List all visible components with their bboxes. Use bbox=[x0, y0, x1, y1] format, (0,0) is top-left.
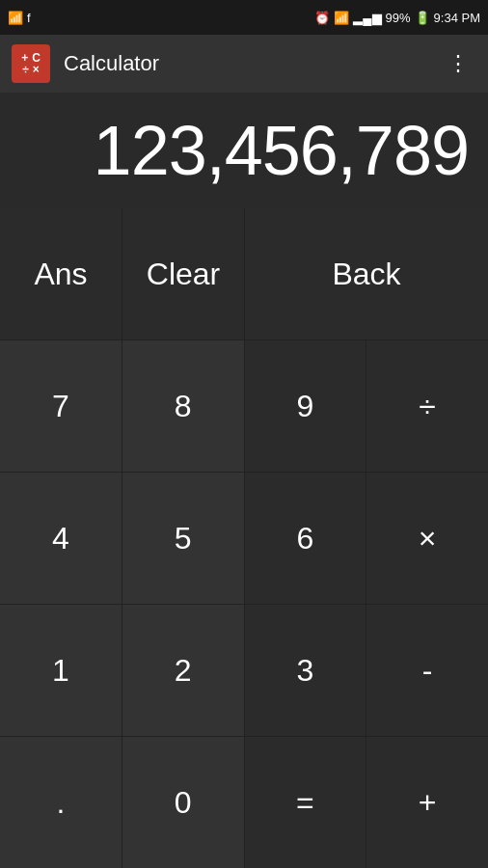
status-bar: 📶 f ⏰ 📶 ▂▄▆ 99% 🔋 9:34 PM bbox=[0, 0, 488, 35]
app-bar: + C ÷ × Calculator ⋮ bbox=[0, 35, 488, 93]
overflow-menu-button[interactable]: ⋮ bbox=[440, 43, 476, 84]
status-right: ⏰ 📶 ▂▄▆ 99% 🔋 9:34 PM bbox=[314, 11, 480, 25]
sim-icon: 📶 bbox=[8, 11, 23, 25]
clock: 9:34 PM bbox=[434, 11, 480, 25]
alarm-icon: ⏰ bbox=[314, 11, 330, 25]
app-icon-div: ÷ bbox=[22, 64, 29, 75]
button-row-3: 1 2 3 - bbox=[0, 605, 488, 736]
display-value: 123,456,789 bbox=[94, 111, 469, 190]
button-row-1: 7 8 9 ÷ bbox=[0, 340, 488, 472]
button-row-4: . 0 = + bbox=[0, 737, 488, 868]
add-button[interactable]: + bbox=[366, 737, 488, 868]
two-button[interactable]: 2 bbox=[122, 605, 244, 736]
signal-icon: ▂▄▆ bbox=[353, 11, 381, 25]
app-title: Calculator bbox=[64, 51, 440, 76]
facebook-icon: f bbox=[27, 11, 31, 25]
seven-button[interactable]: 7 bbox=[0, 340, 122, 472]
eight-button[interactable]: 8 bbox=[122, 340, 244, 472]
subtract-button[interactable]: - bbox=[366, 605, 488, 736]
app-icon-x: × bbox=[33, 64, 40, 75]
app-icon: + C ÷ × bbox=[12, 44, 50, 83]
status-left: 📶 f bbox=[8, 11, 31, 25]
calculator-grid: Ans Clear Back 7 8 9 ÷ 4 5 6 × 1 2 3 - .… bbox=[0, 208, 488, 868]
clear-button[interactable]: Clear bbox=[122, 208, 244, 339]
one-button[interactable]: 1 bbox=[0, 605, 122, 736]
multiply-button[interactable]: × bbox=[366, 473, 488, 604]
decimal-button[interactable]: . bbox=[0, 737, 122, 868]
zero-button[interactable]: 0 bbox=[122, 737, 244, 868]
back-button[interactable]: Back bbox=[245, 208, 488, 339]
display-area: 123,456,789 bbox=[0, 93, 488, 208]
button-row-0: Ans Clear Back bbox=[0, 208, 488, 339]
divide-button[interactable]: ÷ bbox=[366, 340, 488, 472]
six-button[interactable]: 6 bbox=[245, 473, 366, 604]
button-row-2: 4 5 6 × bbox=[0, 473, 488, 604]
ans-button[interactable]: Ans bbox=[0, 208, 122, 339]
equals-button[interactable]: = bbox=[245, 737, 366, 868]
battery-percent: 99% bbox=[386, 11, 411, 25]
battery-icon: 🔋 bbox=[415, 11, 430, 25]
wifi-icon: 📶 bbox=[334, 11, 349, 25]
three-button[interactable]: 3 bbox=[245, 605, 366, 736]
four-button[interactable]: 4 bbox=[0, 473, 122, 604]
five-button[interactable]: 5 bbox=[122, 473, 244, 604]
nine-button[interactable]: 9 bbox=[245, 340, 366, 472]
